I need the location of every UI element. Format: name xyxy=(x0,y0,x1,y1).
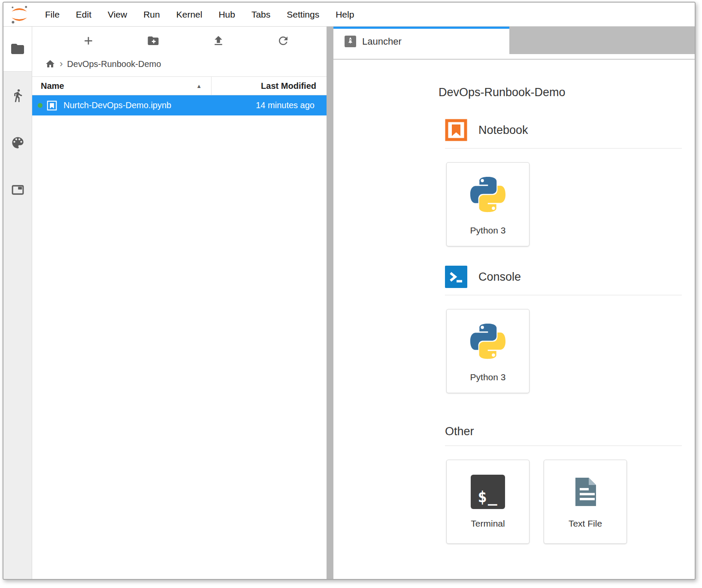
other-cards: $_ Terminal xyxy=(446,460,682,544)
home-icon[interactable] xyxy=(45,59,55,69)
launcher-card-console-python3[interactable]: Python 3 xyxy=(446,309,530,393)
panel-splitter-handle[interactable] xyxy=(327,27,333,579)
sidebar-tab-file-browser[interactable] xyxy=(3,27,32,71)
menu-run[interactable]: Run xyxy=(135,9,168,20)
sort-ascending-icon: ▲ xyxy=(196,83,202,89)
section-header-notebook: Notebook xyxy=(445,119,682,149)
menu-file[interactable]: File xyxy=(37,9,68,20)
section-header-other: Other xyxy=(445,424,682,446)
kernel-running-indicator xyxy=(38,103,42,108)
card-label: Text File xyxy=(569,518,602,529)
launcher-card-terminal[interactable]: $_ Terminal xyxy=(446,460,530,544)
jupyterlab-window: File Edit View Run Kernel Hub Tabs Setti… xyxy=(3,2,696,580)
new-launcher-button[interactable] xyxy=(56,34,121,47)
card-label: Python 3 xyxy=(470,372,506,382)
menu-kernel[interactable]: Kernel xyxy=(168,9,211,20)
menu-help[interactable]: Help xyxy=(327,9,362,20)
sidebar-tab-running-sessions[interactable] xyxy=(3,72,32,119)
new-folder-icon xyxy=(147,34,160,47)
console-cards: Python 3 xyxy=(446,309,682,393)
file-list-header: Name ▲ Last Modified xyxy=(32,76,327,95)
menu-view[interactable]: View xyxy=(100,9,135,20)
plus-icon xyxy=(82,34,95,47)
tab-launcher[interactable]: Launcher xyxy=(333,27,509,54)
running-man-icon xyxy=(11,88,25,103)
sidebar-tab-strip xyxy=(3,71,32,579)
sidebar-tab-open-tabs[interactable] xyxy=(3,166,32,213)
dock-panel-divider xyxy=(333,54,695,60)
file-browser-toolbar xyxy=(32,27,327,55)
folder-icon xyxy=(10,41,25,57)
launcher-cwd-title: DevOps-Runbook-Demo xyxy=(439,85,682,100)
menu-edit[interactable]: Edit xyxy=(68,9,100,20)
card-label: Python 3 xyxy=(470,225,506,236)
menu-hub[interactable]: Hub xyxy=(210,9,243,20)
upload-button[interactable] xyxy=(186,34,251,47)
notebook-file-icon xyxy=(46,100,57,111)
tab-launcher-label: Launcher xyxy=(362,36,402,47)
console-icon xyxy=(445,266,467,288)
launcher-card-notebook-python3[interactable]: Python 3 xyxy=(446,162,530,246)
section-label-notebook: Notebook xyxy=(478,123,528,137)
breadcrumb: › DevOps-Runbook-Demo xyxy=(32,55,327,73)
card-label: Terminal xyxy=(471,518,505,529)
jupyter-logo-icon xyxy=(9,5,29,24)
file-list-empty-area xyxy=(32,115,327,579)
launcher-card-text-file[interactable]: Text File xyxy=(544,460,627,544)
new-folder-button[interactable] xyxy=(121,34,186,47)
section-label-console: Console xyxy=(478,270,521,284)
launcher-rocket-icon xyxy=(345,36,356,47)
menu-tabs[interactable]: Tabs xyxy=(243,9,278,20)
file-last-modified: 14 minutes ago xyxy=(227,100,327,110)
breadcrumb-separator: › xyxy=(60,58,63,70)
menu-bar: File Edit View Run Kernel Hub Tabs Setti… xyxy=(3,3,695,27)
left-sidebar xyxy=(3,27,32,579)
file-row-notebook[interactable]: Nurtch-DevOps-Demo.ipynb 14 minutes ago xyxy=(32,95,327,115)
python-icon xyxy=(466,173,509,216)
terminal-icon: $_ xyxy=(471,475,505,509)
main-dock-panel: Launcher DevOps-Runbook-Demo Notebook xyxy=(333,27,695,579)
file-browser-panel: › DevOps-Runbook-Demo Name ▲ Last Modifi… xyxy=(32,27,327,579)
column-header-name[interactable]: Name ▲ xyxy=(32,77,212,95)
refresh-button[interactable] xyxy=(251,34,316,47)
upload-icon xyxy=(212,34,225,47)
palette-icon xyxy=(10,135,25,150)
dock-tab-bar: Launcher xyxy=(333,27,695,54)
refresh-icon xyxy=(277,34,290,47)
notebook-icon xyxy=(445,119,467,141)
notebook-cards: Python 3 xyxy=(446,162,682,246)
sidebar-tab-command-palette[interactable] xyxy=(3,119,32,166)
python-icon xyxy=(466,320,509,363)
file-name: Nurtch-DevOps-Demo.ipynb xyxy=(64,100,227,110)
tabs-icon xyxy=(11,183,25,197)
section-header-console: Console xyxy=(445,266,682,295)
launcher-body: DevOps-Runbook-Demo Notebook xyxy=(333,60,695,579)
section-label-other: Other xyxy=(445,424,474,439)
text-file-icon xyxy=(568,475,602,509)
breadcrumb-current-folder[interactable]: DevOps-Runbook-Demo xyxy=(67,59,161,69)
menu-settings[interactable]: Settings xyxy=(278,9,327,20)
column-header-last-modified[interactable]: Last Modified xyxy=(212,81,327,91)
